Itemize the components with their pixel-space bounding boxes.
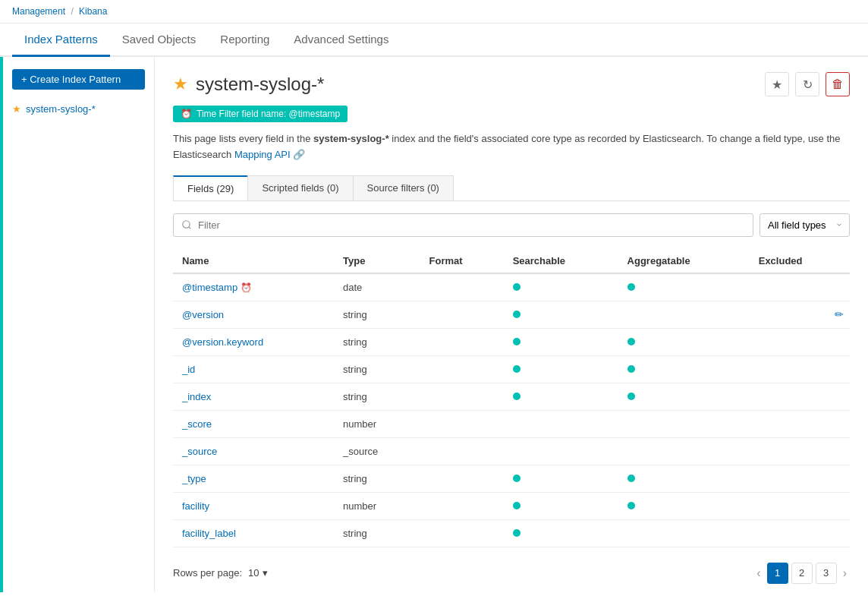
mapping-api-link[interactable]: Mapping API xyxy=(234,149,291,160)
cell-name: @version xyxy=(173,301,334,328)
filter-input[interactable] xyxy=(173,213,753,237)
cell-excluded xyxy=(750,465,850,492)
next-page-button[interactable]: › xyxy=(840,563,850,583)
cell-name: _source xyxy=(173,437,334,465)
cell-aggregatable xyxy=(618,492,750,519)
searchable-dot xyxy=(513,502,520,509)
table-row: _typestring xyxy=(173,465,850,492)
cell-type: string xyxy=(334,355,420,383)
cell-name: facility_label xyxy=(173,519,334,547)
tab-scripted-fields[interactable]: Scripted fields (0) xyxy=(247,175,353,200)
page-nav: ‹ 1 2 3 › xyxy=(753,563,850,584)
cell-name: _score xyxy=(173,410,334,437)
breadcrumb-management[interactable]: Management xyxy=(12,6,65,17)
aggregatable-dot xyxy=(627,502,635,509)
page-3-button[interactable]: 3 xyxy=(816,563,837,584)
searchable-dot xyxy=(513,283,520,291)
aggregatable-dot xyxy=(627,393,635,400)
table-row: facilitynumber xyxy=(173,492,850,519)
col-header-type: Type xyxy=(334,249,420,273)
rows-per-page-label: Rows per page: xyxy=(173,567,242,579)
cell-type: string xyxy=(334,465,420,492)
cell-format xyxy=(420,383,504,410)
searchable-dot xyxy=(513,393,520,400)
cell-format xyxy=(420,355,504,383)
cell-type: string xyxy=(334,328,420,355)
cell-searchable xyxy=(504,465,618,492)
delete-pattern-button[interactable]: 🗑 xyxy=(826,72,850,96)
clock-icon: ⏰ xyxy=(181,109,192,119)
sidebar-item-system-syslog[interactable]: ★ system-syslog-* xyxy=(3,99,154,119)
aggregatable-dot xyxy=(627,283,635,291)
page-2-button[interactable]: 2 xyxy=(791,563,813,584)
main-content: ★ system-syslog-* ★ ↻ 🗑 ⏰ Time Filter fi… xyxy=(155,57,868,592)
rows-per-page-select[interactable]: 10 ▾ xyxy=(248,567,267,579)
field-type-select[interactable]: All field types string number date _sour… xyxy=(760,213,850,237)
page-layout: Create Index Pattern ★ system-syslog-* ★… xyxy=(0,57,868,592)
fields-table: Name Type Format Searchable Aggregatable… xyxy=(173,249,850,547)
cell-format xyxy=(420,410,504,437)
cell-aggregatable xyxy=(618,410,750,437)
tab-fields[interactable]: Fields (29) xyxy=(173,175,248,200)
cell-type: number xyxy=(334,492,420,519)
breadcrumb-separator: / xyxy=(71,6,73,17)
time-filter-badge: ⏰ Time Filter field name: @timestamp xyxy=(173,106,348,122)
rows-per-page-chevron: ▾ xyxy=(263,567,268,579)
tab-source-filters[interactable]: Source filters (0) xyxy=(353,175,454,200)
col-header-searchable: Searchable xyxy=(504,249,618,273)
aggregatable-dot xyxy=(627,475,635,482)
sidebar-item-label: system-syslog-* xyxy=(26,103,96,115)
create-index-pattern-button[interactable]: Create Index Pattern xyxy=(12,69,145,90)
col-header-format: Format xyxy=(420,249,504,273)
cell-aggregatable xyxy=(618,437,750,465)
description-before: This page lists every field in the xyxy=(173,133,313,144)
cell-aggregatable xyxy=(618,328,750,355)
pattern-name: system-syslog-* xyxy=(196,74,324,95)
cell-searchable xyxy=(504,492,618,519)
breadcrumb-kibana[interactable]: Kibana xyxy=(79,6,107,17)
sidebar: Create Index Pattern ★ system-syslog-* xyxy=(3,57,155,592)
pattern-header: ★ system-syslog-* ★ ↻ 🗑 xyxy=(173,72,850,96)
cell-aggregatable xyxy=(618,519,750,547)
prev-page-button[interactable]: ‹ xyxy=(753,563,763,583)
breadcrumb: Management / Kibana xyxy=(0,0,868,24)
cell-name: @version.keyword xyxy=(173,328,334,355)
time-filter-label: Time Filter field name: @timestamp xyxy=(197,109,340,119)
aggregatable-dot xyxy=(627,338,635,345)
tab-reporting[interactable]: Reporting xyxy=(208,24,281,57)
cell-aggregatable xyxy=(618,383,750,410)
set-default-button[interactable]: ★ xyxy=(765,72,789,96)
cell-type: string xyxy=(334,519,420,547)
pattern-star-icon: ★ xyxy=(173,74,188,94)
cell-name: facility xyxy=(173,492,334,519)
cell-searchable xyxy=(504,519,618,547)
searchable-dot xyxy=(513,529,520,537)
edit-field-button[interactable]: ✏ xyxy=(835,308,844,320)
tab-index-patterns[interactable]: Index Patterns xyxy=(12,24,110,57)
tab-saved-objects[interactable]: Saved Objects xyxy=(110,24,209,57)
refresh-fields-button[interactable]: ↻ xyxy=(795,72,819,96)
col-header-excluded: Excluded xyxy=(750,249,850,273)
cell-type: number xyxy=(334,410,420,437)
table-row: _scorenumber xyxy=(173,410,850,437)
page-1-button[interactable]: 1 xyxy=(767,563,788,584)
cell-aggregatable xyxy=(618,273,750,301)
tab-advanced-settings[interactable]: Advanced Settings xyxy=(281,24,401,57)
cell-name: _type xyxy=(173,465,334,492)
cell-aggregatable xyxy=(618,355,750,383)
cell-excluded xyxy=(750,383,850,410)
cell-format xyxy=(420,301,504,328)
cell-format xyxy=(420,328,504,355)
table-row: @version.keywordstring xyxy=(173,328,850,355)
star-icon: ★ xyxy=(12,103,21,115)
rows-per-page: Rows per page: 10 ▾ xyxy=(173,567,268,579)
cell-searchable xyxy=(504,410,618,437)
cell-searchable xyxy=(504,383,618,410)
searchable-dot xyxy=(513,338,520,345)
cell-excluded xyxy=(750,410,850,437)
cell-type: _source xyxy=(334,437,420,465)
pattern-title: ★ system-syslog-* xyxy=(173,74,324,95)
aggregatable-dot xyxy=(627,365,635,373)
cell-excluded xyxy=(750,492,850,519)
rows-per-page-value: 10 xyxy=(248,567,259,579)
